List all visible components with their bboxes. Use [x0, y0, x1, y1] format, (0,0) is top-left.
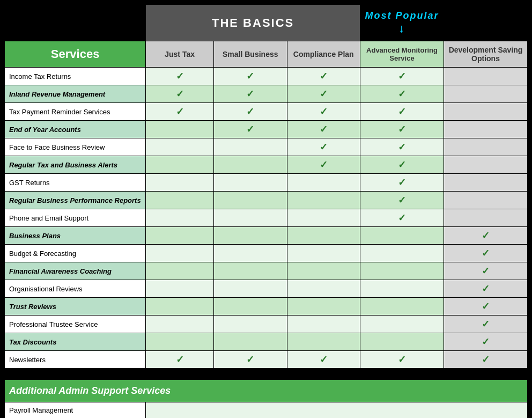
- most-popular-label: Most Popular: [365, 10, 439, 21]
- compliance-cell: [287, 174, 360, 192]
- advanced-cell: ✓: [360, 68, 444, 85]
- advanced-cell: [360, 298, 444, 316]
- advanced-cell: ✓: [360, 103, 444, 121]
- small-business-cell: [214, 316, 287, 333]
- row-label: Business Plans: [5, 227, 146, 245]
- table-row: GST Returns✓: [5, 174, 528, 192]
- advanced-cell: ✓: [360, 156, 444, 174]
- just-tax-cell: [146, 156, 214, 174]
- check-icon: ✓: [246, 124, 254, 135]
- just-tax-cell: [146, 138, 214, 156]
- advanced-cell: [360, 316, 444, 333]
- compliance-cell: ✓: [287, 121, 360, 138]
- just-tax-cell: [146, 121, 214, 138]
- check-icon: ✓: [320, 71, 328, 82]
- small-business-cell: [214, 245, 287, 262]
- check-icon: ✓: [398, 106, 406, 117]
- advanced-cell: ✓: [360, 85, 444, 103]
- check-icon: ✓: [320, 354, 328, 365]
- additional-list-item: Payroll Management: [5, 402, 528, 418]
- advanced-cell: [360, 262, 444, 280]
- check-icon: ✓: [482, 283, 490, 294]
- advanced-cell: [360, 280, 444, 298]
- check-icon: ✓: [482, 319, 490, 329]
- row-label: Trust Reviews: [5, 298, 146, 316]
- check-icon: ✓: [398, 142, 406, 152]
- advanced-cell: [360, 227, 444, 245]
- row-label: Inland Revenue Management: [5, 85, 146, 103]
- table-row: Organisational Reviews✓: [5, 280, 528, 298]
- compliance-cell: ✓: [287, 85, 360, 103]
- check-icon: ✓: [246, 354, 254, 365]
- small-business-cell: ✓: [214, 351, 287, 369]
- just-tax-cell: [146, 280, 214, 298]
- development-cell: [444, 138, 528, 156]
- table-row: Regular Tax and Business Alerts✓✓: [5, 156, 528, 174]
- compliance-cell: ✓: [287, 156, 360, 174]
- just-tax-cell: [146, 245, 214, 262]
- row-label: Regular Business Performance Reports: [5, 192, 146, 209]
- check-icon: ✓: [398, 354, 406, 365]
- row-label: GST Returns: [5, 174, 146, 192]
- row-label: Face to Face Business Review: [5, 138, 146, 156]
- just-tax-cell: [146, 192, 214, 209]
- just-tax-cell: ✓: [146, 351, 214, 369]
- check-icon: ✓: [320, 89, 328, 99]
- small-business-cell: [214, 227, 287, 245]
- additional-row-label: Payroll Management: [5, 402, 146, 418]
- small-business-cell: [214, 280, 287, 298]
- table-row: Tax Discounts✓: [5, 333, 528, 351]
- row-label: Financial Awareness Coaching: [5, 262, 146, 280]
- table-row: Phone and Email Support✓: [5, 209, 528, 227]
- development-cell: [444, 103, 528, 121]
- check-icon: ✓: [176, 71, 184, 82]
- row-label: Tax Payment Reminder Services: [5, 103, 146, 121]
- table-row: Budget & Forecasting✓: [5, 245, 528, 262]
- table-row: Professional Trustee Service✓: [5, 316, 528, 333]
- compliance-cell: [287, 333, 360, 351]
- advanced-cell: ✓: [360, 192, 444, 209]
- advanced-cell: ✓: [360, 209, 444, 227]
- table-row: Newsletters✓✓✓✓✓: [5, 351, 528, 369]
- check-icon: ✓: [482, 336, 490, 347]
- check-icon: ✓: [482, 266, 490, 276]
- development-cell: ✓: [444, 351, 528, 369]
- small-business-cell: [214, 138, 287, 156]
- compliance-cell: ✓: [287, 138, 360, 156]
- development-cell: [444, 68, 528, 85]
- small-business-cell: [214, 298, 287, 316]
- just-tax-cell: [146, 316, 214, 333]
- development-cell: ✓: [444, 298, 528, 316]
- compliance-plan-header: Compliance Plan: [287, 41, 360, 68]
- just-tax-cell: [146, 227, 214, 245]
- most-popular-header: Most Popular ↓: [360, 5, 444, 41]
- arrow-icon: ↓: [360, 21, 444, 35]
- row-label: Newsletters: [5, 351, 146, 369]
- advanced-cell: ✓: [360, 174, 444, 192]
- row-label: Budget & Forecasting: [5, 245, 146, 262]
- check-icon: ✓: [398, 195, 406, 206]
- compliance-cell: [287, 245, 360, 262]
- development-cell: [444, 192, 528, 209]
- development-cell: ✓: [444, 227, 528, 245]
- compliance-cell: [287, 227, 360, 245]
- check-icon: ✓: [482, 248, 490, 259]
- check-icon: ✓: [482, 301, 490, 312]
- check-icon: ✓: [398, 212, 406, 223]
- check-icon: ✓: [246, 71, 254, 82]
- small-business-cell: [214, 174, 287, 192]
- table-row: Tax Payment Reminder Services✓✓✓✓: [5, 103, 528, 121]
- check-icon: ✓: [320, 142, 328, 152]
- check-icon: ✓: [398, 177, 406, 188]
- compliance-cell: [287, 262, 360, 280]
- row-label: Organisational Reviews: [5, 280, 146, 298]
- just-tax-cell: [146, 298, 214, 316]
- table-row: Business Plans✓: [5, 227, 528, 245]
- additional-table: Additional Admin Support ServicesPayroll…: [4, 379, 528, 419]
- row-label: Phone and Email Support: [5, 209, 146, 227]
- development-cell: [444, 174, 528, 192]
- compliance-cell: ✓: [287, 103, 360, 121]
- small-business-cell: [214, 192, 287, 209]
- small-business-cell: [214, 333, 287, 351]
- row-label: Professional Trustee Service: [5, 316, 146, 333]
